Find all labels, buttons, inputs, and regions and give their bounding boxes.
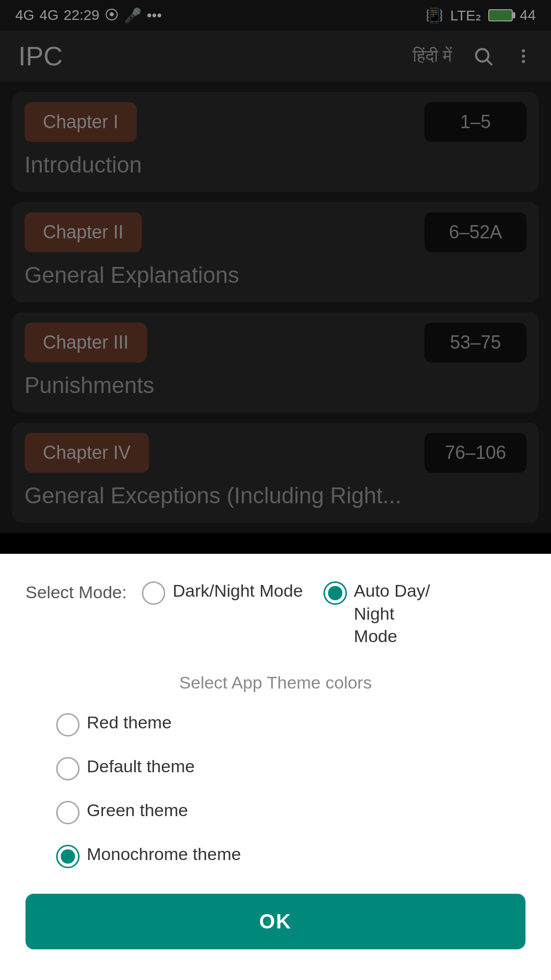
chapter-card-1[interactable]: Chapter I 1–5 Introduction — [12, 92, 539, 192]
chapter-header-4: Chapter IV 76–106 — [12, 423, 539, 473]
mode-options: Dark/Night Mode Auto Day/NightMode — [142, 579, 430, 647]
chapter-title-1: Introduction — [12, 152, 154, 177]
radio-auto-inner — [328, 586, 342, 600]
chapter-range-2: 6–52A — [424, 212, 527, 252]
theme-section-title: Select App Theme colors — [26, 673, 525, 693]
chapter-range-1: 1–5 — [424, 102, 527, 142]
search-button[interactable] — [472, 45, 494, 67]
mic-icon: 🎤 — [124, 7, 142, 24]
battery-icon — [488, 9, 513, 21]
mode-label: Select Mode: — [26, 579, 127, 602]
svg-line-1 — [487, 60, 492, 65]
app-bar: IPC हिंदी में — [0, 31, 551, 82]
chapter-card-3[interactable]: Chapter III 53–75 Punishments — [12, 312, 539, 412]
svg-point-3 — [522, 55, 525, 58]
status-time: 22:29 — [64, 7, 99, 23]
more-menu-button[interactable] — [514, 45, 533, 67]
settings-dialog: Select Mode: Dark/Night Mode Auto Day/Ni… — [0, 554, 551, 980]
theme-option-default[interactable]: Default theme — [56, 755, 525, 780]
theme-green-label: Green theme — [87, 799, 188, 821]
battery-percent: 44 — [520, 7, 536, 23]
app-title: IPC — [18, 41, 63, 71]
mode-section: Select Mode: Dark/Night Mode Auto Day/Ni… — [26, 579, 525, 647]
status-left: 4G 4G 22:29 ⦿ 🎤 ••• — [15, 7, 162, 24]
chapter-badge-4: Chapter IV — [24, 433, 149, 473]
signal-4g-2: 4G — [39, 7, 58, 23]
chapter-title-4: General Exceptions (Including Right... — [12, 483, 414, 508]
chapter-title-3: Punishments — [12, 373, 166, 398]
svg-point-4 — [522, 60, 525, 63]
cast-icon: ⦿ — [105, 7, 119, 23]
theme-option-monochrome[interactable]: Monochrome theme — [56, 843, 525, 868]
ok-button[interactable]: OK — [26, 894, 525, 949]
chapter-card-4[interactable]: Chapter IV 76–106 General Exceptions (In… — [12, 423, 539, 523]
chapter-list: Chapter I 1–5 Introduction Chapter II 6–… — [0, 82, 551, 533]
radio-green-circle[interactable] — [56, 801, 80, 824]
theme-option-red[interactable]: Red theme — [56, 711, 525, 737]
radio-monochrome-circle[interactable] — [56, 845, 80, 868]
radio-auto-circle[interactable] — [323, 581, 347, 605]
radio-monochrome-inner — [61, 849, 75, 864]
chapter-header-1: Chapter I 1–5 — [12, 92, 539, 142]
mode-auto-label: Auto Day/NightMode — [354, 579, 430, 647]
chapter-badge-2: Chapter II — [24, 212, 142, 252]
app-bar-actions: हिंदी में — [413, 45, 533, 67]
radio-red-circle[interactable] — [56, 713, 80, 737]
chapter-header-2: Chapter II 6–52A — [12, 202, 539, 252]
chapter-badge-1: Chapter I — [24, 102, 137, 142]
svg-point-0 — [476, 49, 489, 62]
vibrate-icon: 📳 — [425, 7, 443, 24]
svg-point-2 — [522, 50, 525, 53]
theme-option-green[interactable]: Green theme — [56, 799, 525, 824]
chapter-title-2: General Explanations — [12, 262, 252, 287]
theme-options: Red theme Default theme Green theme Mono… — [26, 711, 525, 868]
hindi-label[interactable]: हिंदी में — [413, 46, 452, 66]
chapter-badge-3: Chapter III — [24, 323, 147, 362]
chapter-range-4: 76–106 — [424, 433, 527, 473]
theme-monochrome-label: Monochrome theme — [87, 843, 241, 865]
radio-default-circle[interactable] — [56, 757, 80, 780]
status-bar: 4G 4G 22:29 ⦿ 🎤 ••• 📳 LTE₂ 44 — [0, 0, 551, 31]
theme-red-label: Red theme — [87, 711, 171, 733]
theme-default-label: Default theme — [87, 755, 195, 777]
mode-option-dark[interactable]: Dark/Night Mode — [142, 579, 303, 605]
lte-icon: LTE₂ — [450, 7, 481, 24]
chapter-header-3: Chapter III 53–75 — [12, 312, 539, 362]
signal-4g-1: 4G — [15, 7, 34, 23]
mode-option-auto[interactable]: Auto Day/NightMode — [323, 579, 430, 647]
dots-icon: ••• — [147, 7, 162, 23]
chapter-range-3: 53–75 — [424, 323, 527, 362]
mode-dark-label: Dark/Night Mode — [172, 579, 303, 602]
radio-dark-circle[interactable] — [142, 581, 165, 605]
status-right: 📳 LTE₂ 44 — [425, 7, 536, 24]
chapter-card-2[interactable]: Chapter II 6–52A General Explanations — [12, 202, 539, 302]
